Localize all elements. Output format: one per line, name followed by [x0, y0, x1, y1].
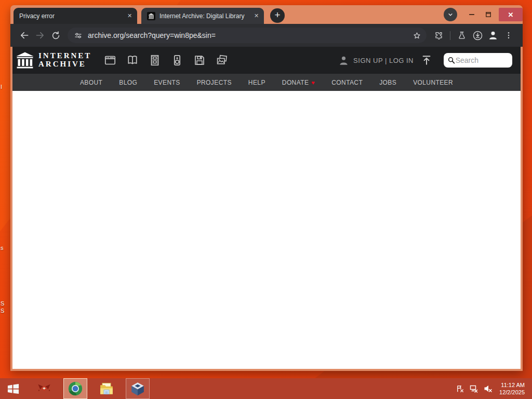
desktop-icon-label-fragment: s	[1, 245, 7, 251]
flask-icon	[457, 31, 467, 40]
web-page: INTERNET ARCHIVE	[10, 47, 523, 371]
red-fox-app-icon	[37, 381, 51, 396]
audio-media-icon[interactable]	[171, 54, 183, 66]
kebab-menu-icon	[504, 31, 513, 39]
nav-item-help[interactable]: HELP	[248, 79, 265, 86]
window-controls: ✕	[444, 5, 523, 24]
search-icon	[447, 56, 456, 65]
tab-title: Internet Archive: Digital Library	[159, 12, 252, 20]
minimize-button[interactable]	[466, 8, 478, 21]
experiments-button[interactable]	[454, 28, 470, 43]
heart-icon: ♥	[311, 79, 315, 86]
upload-icon[interactable]	[421, 55, 432, 66]
taskbar-app-red-fox[interactable]	[32, 378, 56, 399]
wordmark-line1: INTERNET	[38, 52, 91, 60]
nav-item-contact[interactable]: CONTACT	[331, 79, 363, 86]
close-window-button[interactable]: ✕	[499, 8, 523, 21]
system-tray: 11:12 AM 12/2/2025	[455, 381, 532, 396]
profile-button[interactable]	[485, 28, 501, 43]
site-info-tune-icon[interactable]	[74, 31, 83, 40]
browser-window: Privacy error ✕ Internet Archive: Digita…	[10, 5, 523, 371]
nav-item-events[interactable]: EVENTS	[154, 79, 180, 86]
clock-date: 12/2/2025	[499, 389, 525, 396]
tab-strip: Privacy error ✕ Internet Archive: Digita…	[10, 5, 523, 24]
media-type-icons	[104, 54, 228, 66]
file-explorer-folder-icon	[99, 381, 114, 396]
internet-archive-nav: ABOUT BLOG EVENTS PROJECTS HELP DONATE♥ …	[12, 74, 521, 91]
tab-title: Privacy error	[19, 12, 125, 20]
puzzle-piece-icon	[434, 31, 444, 41]
address-bar[interactable]: archive.org/search?query=win8pe&sin=	[68, 28, 427, 43]
download-icon	[472, 30, 483, 41]
reload-icon	[51, 31, 61, 41]
clock-time: 11:12 AM	[499, 381, 525, 389]
nav-item-projects[interactable]: PROJECTS	[197, 79, 232, 86]
browser-menu-button[interactable]	[501, 28, 516, 43]
start-button[interactable]	[1, 378, 25, 399]
windows-logo-icon	[7, 382, 20, 395]
images-media-icon[interactable]	[216, 54, 228, 66]
taskbar-app-file-explorer[interactable]	[95, 378, 118, 399]
bookmark-star-icon[interactable]	[413, 31, 421, 40]
search-input[interactable]	[456, 56, 509, 64]
nav-item-jobs[interactable]: JOBS	[379, 79, 396, 86]
taskbar-app-chrome[interactable]	[63, 378, 87, 399]
archive-building-icon	[148, 13, 154, 19]
downloads-button[interactable]	[470, 28, 485, 43]
extensions-button[interactable]	[431, 28, 446, 43]
volume-muted-icon[interactable]	[483, 384, 493, 393]
tab-internet-archive[interactable]: Internet Archive: Digital Library ✕	[141, 8, 264, 24]
internet-archive-logo[interactable]	[15, 50, 35, 70]
action-center-flag-icon[interactable]	[455, 384, 464, 393]
desktop-icon-label-fragment: S	[1, 308, 7, 314]
texts-media-icon[interactable]	[126, 54, 139, 66]
nav-item-blog[interactable]: BLOG	[119, 79, 137, 86]
chevron-down-icon	[447, 11, 454, 18]
tab-search-button[interactable]	[444, 8, 457, 21]
new-tab-button[interactable]: +	[270, 8, 285, 23]
network-status-icon[interactable]	[469, 384, 478, 393]
site-search-box[interactable]	[444, 53, 512, 68]
url-text: archive.org/search?query=win8pe&sin=	[88, 31, 413, 39]
desktop-icon-label-fragment: S	[1, 300, 7, 307]
internet-archive-favicon	[147, 12, 155, 20]
nav-item-donate[interactable]: DONATE♥	[282, 79, 315, 86]
maximize-icon	[485, 11, 492, 18]
tab-privacy-error[interactable]: Privacy error ✕	[14, 8, 137, 24]
back-arrow-icon	[19, 30, 30, 41]
back-button[interactable]	[17, 28, 32, 43]
account-person-icon[interactable]	[338, 55, 350, 66]
forward-arrow-icon	[35, 30, 45, 41]
nav-item-about[interactable]: ABOUT	[80, 79, 102, 86]
internet-archive-header: INTERNET ARCHIVE	[12, 47, 521, 74]
software-media-icon[interactable]	[193, 54, 206, 66]
user-avatar-icon	[487, 30, 499, 41]
page-content-blank	[12, 91, 521, 369]
desktop-icon-label-fragment: I	[1, 84, 7, 90]
donate-label: DONATE	[282, 79, 309, 86]
wordmark-line2: ARCHIVE	[38, 60, 91, 69]
toolbar-divider	[450, 31, 450, 40]
tab-close-icon[interactable]: ✕	[252, 11, 261, 20]
web-media-icon[interactable]	[104, 54, 116, 66]
maximize-button[interactable]	[482, 8, 495, 21]
nav-item-volunteer[interactable]: VOLUNTEER	[413, 79, 453, 86]
windows-taskbar: 11:12 AM 12/2/2025	[0, 378, 532, 399]
taskbar-clock[interactable]: 11:12 AM 12/2/2025	[497, 381, 529, 396]
reload-button[interactable]	[48, 28, 63, 43]
signup-login-link[interactable]: SIGN UP | LOG IN	[353, 57, 414, 64]
taskbar-app-virtualbox[interactable]	[126, 378, 150, 399]
chrome-browser-icon	[68, 381, 83, 396]
video-media-icon[interactable]	[149, 54, 161, 66]
minimize-icon	[468, 11, 475, 18]
browser-toolbar: archive.org/search?query=win8pe&sin=	[10, 24, 523, 47]
virtualbox-cube-icon	[130, 381, 145, 396]
forward-button[interactable]	[32, 28, 48, 43]
internet-archive-wordmark[interactable]: INTERNET ARCHIVE	[38, 52, 91, 69]
tab-close-icon[interactable]: ✕	[125, 11, 134, 20]
